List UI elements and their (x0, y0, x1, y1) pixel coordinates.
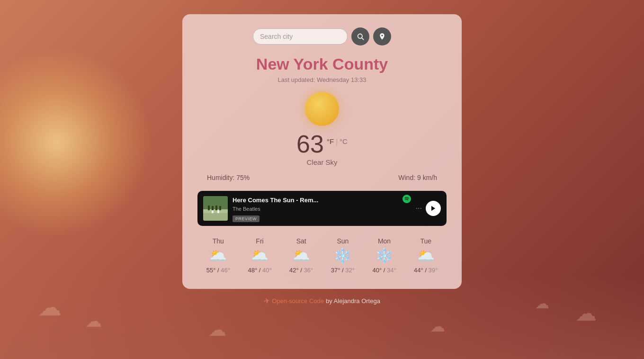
forecast-day: Mon ❄️ 40° / 34° (364, 237, 405, 274)
svg-rect-9 (215, 206, 217, 210)
forecast-weather-icon: ❄️ (376, 249, 393, 263)
humidity-display: Humidity: 75% (207, 174, 250, 181)
forecast-low: 46° (221, 267, 230, 274)
temperature-value: 63 (296, 132, 324, 156)
temperature-display: 63 °F | °C (197, 132, 447, 156)
forecast-day: Fri 🌥️ 48° / 40° (239, 237, 281, 274)
forecast-weather-icon: 🌥️ (209, 249, 227, 263)
footer: ✈ Open-source Code by Alejandra Ortega (264, 296, 380, 305)
search-icon (357, 33, 364, 40)
forecast-day: Thu 🌥️ 55° / 46° (197, 237, 239, 274)
forecast-weather-icon: 🌥️ (293, 249, 310, 263)
temperature-units: °F | °C (327, 137, 348, 145)
svg-rect-6 (217, 210, 219, 214)
last-updated: Last updated: Wednesday 13:33 (197, 76, 447, 83)
forecast-low: 36° (304, 267, 313, 274)
forecast-day-name: Mon (378, 237, 391, 245)
plane-icon: ✈ (263, 296, 271, 306)
search-bar (197, 27, 447, 45)
svg-rect-5 (212, 210, 214, 214)
forecast-temperatures: 37° / 32° (331, 267, 355, 274)
svg-rect-7 (208, 206, 210, 210)
spotify-top-row: Here Comes The Sun - Rem... (233, 195, 411, 205)
svg-rect-3 (203, 213, 228, 221)
forecast-weather-icon: ❄️ (334, 249, 351, 263)
unit-separator: | (336, 137, 338, 145)
search-input[interactable] (253, 28, 348, 45)
unit-fahrenheit[interactable]: °F (327, 137, 334, 145)
forecast-low: 32° (345, 267, 355, 274)
weather-details: Humidity: 75% Wind: 9 km/h (197, 174, 447, 181)
spotify-widget[interactable]: Here Comes The Sun - Rem... The Beatles … (197, 191, 447, 226)
forecast-temperatures: 44° / 39° (414, 267, 438, 274)
svg-rect-8 (212, 206, 214, 210)
forecast-temperatures: 48° / 40° (248, 267, 271, 274)
song-title: Here Comes The Sun - Rem... (233, 197, 318, 204)
weather-icon-container (197, 92, 447, 126)
city-name: New York County (197, 55, 447, 73)
spotify-logo (402, 195, 411, 205)
open-source-link[interactable]: Open-source Code (272, 297, 324, 305)
wind-display: Wind: 9 km/h (398, 174, 437, 181)
forecast-temperatures: 42° / 36° (289, 267, 313, 274)
forecast-day-name: Fri (256, 237, 263, 245)
location-icon (378, 33, 386, 40)
cloud-decoration: ☁ (430, 317, 445, 335)
album-art-image (203, 196, 228, 221)
forecast-temperatures: 40° / 34° (372, 267, 396, 274)
svg-rect-10 (219, 206, 221, 210)
play-button[interactable] (426, 201, 441, 216)
weather-description: Clear Sky (197, 158, 447, 166)
location-button[interactable] (373, 27, 391, 45)
artist-name: The Beatles (233, 206, 411, 212)
forecast-weather-icon: 🌥️ (251, 249, 268, 263)
play-icon (430, 205, 437, 212)
footer-text: by Alejandra Ortega (326, 297, 380, 305)
forecast-day: Sun ❄️ 37° / 32° (322, 237, 364, 274)
forecast-day: Sat 🌥️ 42° / 36° (280, 237, 322, 274)
forecast-low: 40° (262, 267, 272, 274)
svg-marker-12 (431, 206, 435, 211)
spotify-controls: ··· (416, 201, 441, 216)
forecast-day-name: Tue (420, 237, 431, 245)
forecast-weather-icon: 🌥️ (417, 249, 435, 263)
forecast-day-name: Sat (296, 237, 306, 245)
svg-point-11 (402, 195, 411, 203)
forecast-day-name: Sun (337, 237, 349, 245)
album-art (203, 196, 228, 221)
unit-celsius[interactable]: °C (340, 137, 348, 145)
forecast-day-name: Thu (213, 237, 224, 245)
forecast-low: 39° (429, 267, 438, 274)
sun-icon (305, 92, 339, 126)
search-button[interactable] (351, 27, 369, 45)
cloud-decoration: ☁ (85, 312, 102, 331)
spotify-info: Here Comes The Sun - Rem... The Beatles … (233, 195, 411, 222)
forecast-day: Tue 🌥️ 44° / 39° (405, 237, 447, 274)
forecast-temperatures: 55° / 46° (206, 267, 230, 274)
cloud-decoration: ☁ (535, 295, 549, 312)
weather-card: New York County Last updated: Wednesday … (182, 14, 462, 289)
cloud-decoration: ☁ (575, 301, 597, 326)
forecast-low: 34° (387, 267, 396, 274)
more-options-icon[interactable]: ··· (416, 204, 422, 213)
preview-badge: PREVIEW (233, 215, 259, 222)
cloud-decoration: ☁ (208, 319, 226, 340)
cloud-decoration: ☁ (38, 294, 62, 321)
svg-line-1 (362, 38, 364, 40)
forecast-row: Thu 🌥️ 55° / 46° Fri 🌥️ 48° / 40° Sat 🌥️… (197, 237, 447, 274)
